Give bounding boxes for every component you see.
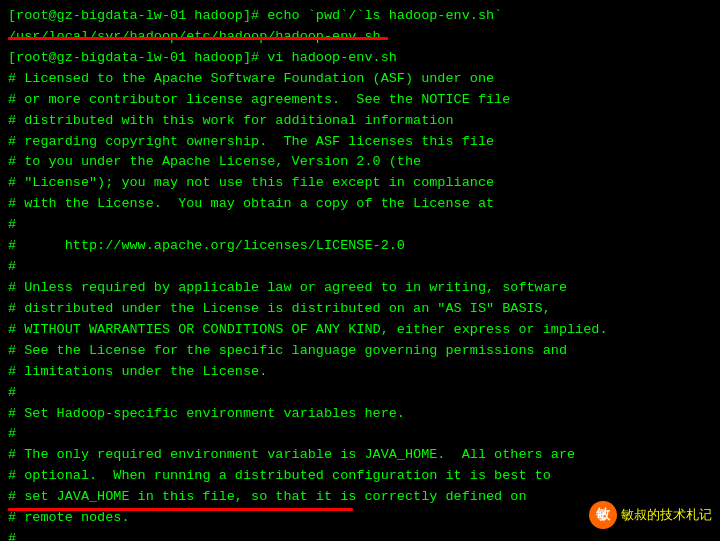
- line-19: #: [8, 383, 712, 404]
- line-18: # limitations under the License.: [8, 362, 712, 383]
- line-10: # with the License. You may obtain a cop…: [8, 194, 712, 215]
- red-underline-path: [8, 37, 388, 40]
- red-underline-export: [8, 508, 353, 511]
- watermark: 敏 敏叔的技术札记: [589, 501, 712, 529]
- line-3: [root@gz-bigdata-lw-01 hadoop]# vi hadoo…: [8, 48, 712, 69]
- watermark-text: 敏叔的技术札记: [621, 506, 712, 524]
- line-23: # optional. When running a distributed c…: [8, 466, 712, 487]
- line-16: # WITHOUT WARRANTIES OR CONDITIONS OF AN…: [8, 320, 712, 341]
- line-26: #: [8, 529, 712, 541]
- line-21: #: [8, 424, 712, 445]
- line-12: # http://www.apache.org/licenses/LICENSE…: [8, 236, 712, 257]
- watermark-icon: 敏: [589, 501, 617, 529]
- line-8: # to you under the Apache License, Versi…: [8, 152, 712, 173]
- line-7: # regarding copyright ownership. The ASF…: [8, 132, 712, 153]
- terminal-window: [root@gz-bigdata-lw-01 hadoop]# echo `pw…: [0, 0, 720, 541]
- line-6: # distributed with this work for additio…: [8, 111, 712, 132]
- line-4: # Licensed to the Apache Software Founda…: [8, 69, 712, 90]
- line-13: #: [8, 257, 712, 278]
- line-11: #: [8, 215, 712, 236]
- line-15: # distributed under the License is distr…: [8, 299, 712, 320]
- line-17: # See the License for the specific langu…: [8, 341, 712, 362]
- line-20: # Set Hadoop-specific environment variab…: [8, 404, 712, 425]
- line-14: # Unless required by applicable law or a…: [8, 278, 712, 299]
- line-1: [root@gz-bigdata-lw-01 hadoop]# echo `pw…: [8, 6, 712, 27]
- line-5: # or more contributor license agreements…: [8, 90, 712, 111]
- line-22: # The only required environment variable…: [8, 445, 712, 466]
- line-9: # "License"); you may not use this file …: [8, 173, 712, 194]
